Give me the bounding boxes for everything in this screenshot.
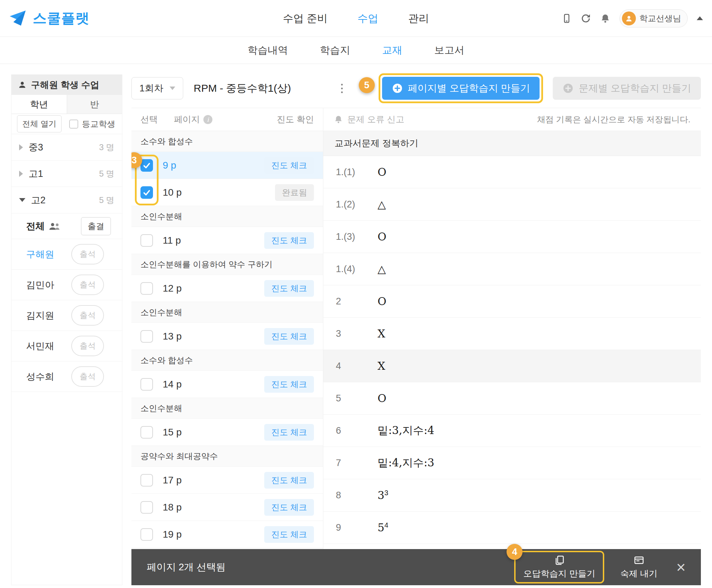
collapse-caret-icon[interactable] — [697, 16, 703, 20]
grading-rows: 1.(1)O1.(2)△1.(3)O1.(4)△2O3X4X5O6밑:3,지수:… — [323, 156, 701, 585]
page-checkbox[interactable] — [140, 378, 153, 391]
avatar — [622, 11, 636, 25]
kebab-menu-icon[interactable] — [338, 81, 346, 96]
logo[interactable]: 스쿨플랫 — [9, 9, 90, 28]
page-checkbox[interactable] — [140, 426, 153, 439]
page-row-11p[interactable]: 11 p진도 체크 — [131, 227, 323, 254]
page-row-13p[interactable]: 13 p진도 체크 — [131, 323, 323, 350]
progress-check-button[interactable]: 진도 체크 — [264, 472, 314, 489]
progress-check-button[interactable]: 진도 체크 — [264, 157, 314, 174]
attendance-status-button[interactable]: 출석 — [71, 275, 104, 295]
progress-check-button[interactable]: 진도 체크 — [264, 232, 314, 249]
progress-check-button[interactable]: 진도 체크 — [264, 280, 314, 297]
tab-grade[interactable]: 학년 — [11, 95, 67, 114]
grading-row-0[interactable]: 1.(1)O — [323, 156, 701, 188]
assign-homework-button[interactable]: 숙제 내기 — [620, 555, 657, 579]
page-row-9p[interactable]: 9 p진도 체크 — [131, 152, 323, 179]
expand-all-button[interactable]: 전체 열기 — [17, 115, 62, 132]
grading-row-5[interactable]: 3X — [323, 318, 701, 350]
student-row-1[interactable]: 김민아출석 — [11, 270, 122, 300]
page-section-label: 공약수와 최대공약수 — [131, 446, 323, 467]
refresh-icon[interactable] — [581, 13, 591, 24]
report-error-button[interactable]: 문제 오류 신고 — [347, 114, 404, 125]
info-icon[interactable]: i — [203, 115, 212, 124]
progress-check-button[interactable]: 진도 체크 — [264, 328, 314, 345]
grading-row-11[interactable]: 954 — [323, 512, 701, 544]
grading-row-7[interactable]: 5O — [323, 382, 701, 415]
attendance-status-button[interactable]: 출석 — [71, 244, 104, 264]
subnav-item-3[interactable]: 보고서 — [434, 43, 464, 57]
page-row-14p[interactable]: 14 p진도 체크 — [131, 371, 323, 398]
app: 스쿨플랫 수업 준비수업관리 학교선생님 학습내역학습지교재보고서 — [0, 0, 712, 588]
page-label: 11 p — [163, 235, 181, 246]
autosave-note: 채점 기록은 실시간으로 자동 저장됩니다. — [537, 114, 690, 125]
nav-item-2[interactable]: 관리 — [408, 11, 429, 26]
grading-row-6[interactable]: 4X — [323, 350, 701, 382]
nav-item-0[interactable]: 수업 준비 — [283, 11, 327, 26]
page-checkbox[interactable] — [140, 234, 153, 247]
attendance-button[interactable]: 출결 — [81, 217, 111, 235]
group-label: 고1 — [29, 168, 43, 180]
page-checkbox[interactable] — [140, 528, 153, 541]
attendance-status-button[interactable]: 출석 — [71, 336, 104, 356]
grading-row-1[interactable]: 1.(2)△ — [323, 188, 701, 221]
attend-filter[interactable]: 등교학생 — [69, 119, 115, 130]
caret-right-icon — [19, 144, 23, 150]
question-number: 4 — [336, 361, 378, 371]
question-number: 1.(4) — [336, 264, 378, 275]
attendance-status-button[interactable]: 출석 — [71, 305, 104, 326]
page-row-10p[interactable]: 10 p완료됨 — [131, 179, 323, 206]
student-row-3[interactable]: 서민재출석 — [11, 331, 122, 361]
page-checkbox[interactable] — [140, 501, 153, 514]
page-row-15p[interactable]: 15 p진도 체크 — [131, 419, 323, 446]
page-checkbox[interactable] — [140, 474, 153, 487]
sidebar-group-1[interactable]: 고15 명 — [11, 161, 122, 187]
page-row-19p[interactable]: 19 p진도 체크 — [131, 521, 323, 548]
page-label: 13 p — [163, 331, 182, 342]
page-checkbox[interactable] — [140, 330, 153, 343]
page-checkbox[interactable] — [140, 282, 153, 295]
page-checkbox[interactable] — [140, 159, 153, 172]
grading-row-4[interactable]: 2O — [323, 285, 701, 318]
pages-list: 소수와 합성수9 p진도 체크10 p완료됨소인수분해11 p진도 체크소인수분… — [131, 131, 323, 585]
caret-down-icon — [19, 198, 25, 202]
bell-icon[interactable] — [600, 13, 610, 24]
problem-wrongnote-button[interactable]: 문제별 오답학습지 만들기 — [553, 77, 701, 100]
close-icon[interactable]: × — [676, 559, 686, 575]
page-row-18p[interactable]: 18 p진도 체크 — [131, 494, 323, 521]
top-header: 스쿨플랫 수업 준비수업관리 학교선생님 — [0, 0, 712, 37]
subnav-item-0[interactable]: 학습내역 — [248, 43, 288, 57]
student-row-4[interactable]: 성수희출석 — [11, 361, 122, 392]
attend-filter-checkbox[interactable] — [69, 120, 78, 129]
page-wrongnote-button[interactable]: 페이지별 오답학습지 만들기 — [382, 77, 540, 100]
device-icon[interactable] — [562, 14, 572, 23]
nav-item-1[interactable]: 수업 — [357, 11, 378, 26]
progress-check-button[interactable]: 완료됨 — [275, 184, 314, 201]
student-row-2[interactable]: 김지원출석 — [11, 300, 122, 331]
user-menu[interactable]: 학교선생님 — [620, 9, 688, 27]
page-row-17p[interactable]: 17 p진도 체크 — [131, 467, 323, 494]
progress-check-button[interactable]: 진도 체크 — [264, 424, 314, 441]
progress-check-button[interactable]: 진도 체크 — [264, 499, 314, 516]
grading-row-10[interactable]: 833 — [323, 479, 701, 512]
subnav-item-2[interactable]: 교재 — [382, 43, 402, 57]
homework-card-icon — [634, 555, 644, 565]
attendance-status-button[interactable]: 출석 — [71, 366, 104, 387]
grading-row-2[interactable]: 1.(3)O — [323, 221, 701, 253]
progress-check-button[interactable]: 진도 체크 — [264, 526, 314, 543]
progress-check-button[interactable]: 진도 체크 — [264, 376, 314, 393]
wrongnote-highlight: 4 오답학습지 만들기 — [514, 551, 604, 583]
sidebar-group-2[interactable]: 고25 명 — [11, 187, 122, 213]
grading-row-8[interactable]: 6밑:3,지수:4 — [323, 415, 701, 447]
session-select[interactable]: 1회차 — [131, 77, 183, 99]
tab-class[interactable]: 반 — [67, 95, 122, 114]
subnav-item-1[interactable]: 학습지 — [320, 43, 350, 57]
caret-right-icon — [19, 171, 23, 177]
grading-row-9[interactable]: 7밑:4,지수:3 — [323, 447, 701, 479]
page-checkbox[interactable] — [140, 186, 153, 199]
student-row-0[interactable]: 구해원출석 — [11, 239, 122, 270]
page-row-12p[interactable]: 12 p진도 체크 — [131, 275, 323, 302]
make-wrongnote-button[interactable]: 오답학습지 만들기 — [523, 555, 595, 579]
sidebar-group-0[interactable]: 중33 명 — [11, 134, 122, 161]
grading-row-3[interactable]: 1.(4)△ — [323, 253, 701, 285]
